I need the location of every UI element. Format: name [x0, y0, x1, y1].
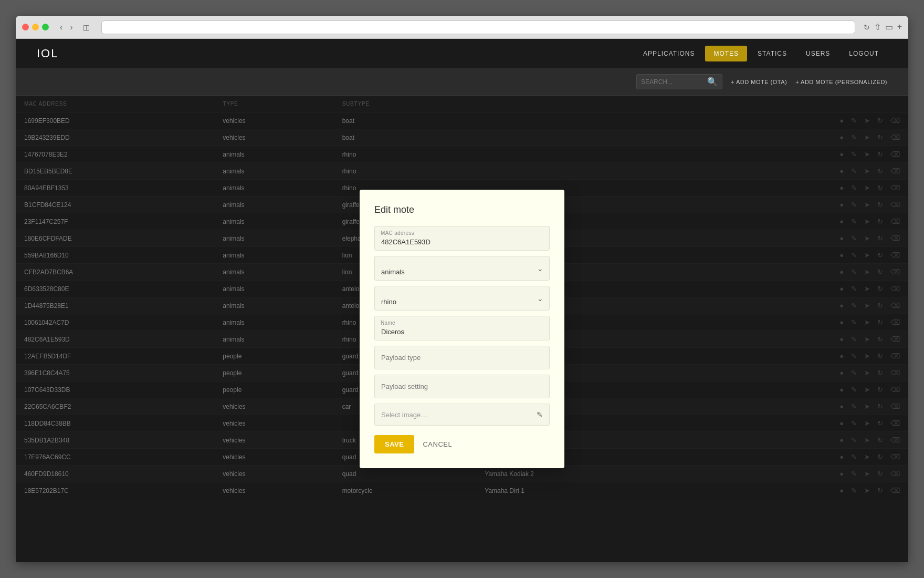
- sidebar-toggle-button[interactable]: ◫: [80, 22, 93, 33]
- browser-actions: ⇧ ▭ +: [874, 22, 902, 32]
- modal-title: Edit mote: [374, 204, 550, 215]
- forward-button[interactable]: ›: [67, 22, 75, 33]
- image-row: Select image… ✎: [374, 404, 550, 426]
- mac-address-label: MAC address: [381, 230, 414, 236]
- nav-link-motes[interactable]: MOTES: [705, 46, 747, 61]
- maximize-button[interactable]: [42, 24, 49, 30]
- search-box[interactable]: 🔍: [636, 74, 722, 89]
- name-label: Name: [381, 320, 395, 326]
- cancel-button[interactable]: CANCEL: [423, 440, 452, 448]
- payload-type-input[interactable]: [374, 346, 550, 369]
- type-group: Type animals vehicles people ⌄: [374, 256, 550, 281]
- tabs-icon[interactable]: ▭: [885, 22, 893, 32]
- minimize-button[interactable]: [32, 24, 39, 30]
- nav-link-users[interactable]: USERS: [797, 46, 838, 61]
- browser-titlebar: ‹ › ◫ ↻ ⇧ ▭ +: [16, 16, 908, 39]
- toolbar: 🔍 + ADD MOTE (OTA) + ADD MOTE (PERSONALI…: [16, 68, 908, 96]
- top-nav: IOL APPLICATIONS MOTES STATICS USERS LOG…: [16, 39, 908, 68]
- nav-link-logout[interactable]: LOGOUT: [841, 46, 887, 61]
- type-select[interactable]: animals vehicles people: [374, 256, 550, 281]
- mac-address-group: MAC address: [374, 226, 550, 251]
- modal-overlay: Edit mote MAC address Type animals vehic…: [16, 96, 908, 562]
- table-container: MAC ADDRESS TYPE SUBTYPE 1699EF300BED ve…: [16, 96, 908, 562]
- app-logo: IOL: [37, 47, 58, 60]
- add-mote-ota-button[interactable]: + ADD MOTE (OTA): [731, 79, 787, 85]
- app-content: IOL APPLICATIONS MOTES STATICS USERS LOG…: [16, 39, 908, 562]
- nav-links: APPLICATIONS MOTES STATICS USERS LOGOUT: [635, 46, 887, 61]
- nav-link-applications[interactable]: APPLICATIONS: [635, 46, 703, 61]
- back-button[interactable]: ‹: [57, 22, 65, 33]
- name-input[interactable]: [374, 316, 550, 340]
- subtype-group: Sub type rhino giraffe elephant lion ant…: [374, 286, 550, 311]
- select-image-label: Select image…: [381, 411, 427, 419]
- image-group: Select image… ✎: [374, 404, 550, 426]
- save-button[interactable]: SAVE: [374, 435, 414, 453]
- payload-type-group: [374, 346, 550, 369]
- modal-actions: SAVE CANCEL: [374, 435, 550, 453]
- name-group: Name: [374, 316, 550, 340]
- browser-nav-buttons: ‹ ›: [57, 22, 76, 33]
- edit-image-icon[interactable]: ✎: [537, 410, 543, 419]
- edit-mote-modal: Edit mote MAC address Type animals vehic…: [360, 190, 564, 468]
- new-tab-icon[interactable]: +: [897, 22, 902, 32]
- add-mote-personalized-button[interactable]: + ADD MOTE (PERSONALIZED): [795, 79, 887, 85]
- refresh-button[interactable]: ↻: [864, 23, 870, 32]
- subtype-select[interactable]: rhino giraffe elephant lion antelope: [374, 286, 550, 311]
- search-input[interactable]: [641, 78, 704, 86]
- type-select-wrapper: animals vehicles people ⌄: [374, 256, 550, 281]
- payload-setting-group: [374, 375, 550, 398]
- payload-setting-input[interactable]: [374, 375, 550, 398]
- traffic-lights: [22, 24, 49, 30]
- nav-link-statics[interactable]: STATICS: [749, 46, 795, 61]
- close-button[interactable]: [22, 24, 29, 30]
- search-icon: 🔍: [707, 77, 718, 87]
- subtype-select-wrapper: rhino giraffe elephant lion antelope ⌄: [374, 286, 550, 311]
- address-bar[interactable]: [101, 20, 855, 34]
- share-icon[interactable]: ⇧: [874, 22, 881, 32]
